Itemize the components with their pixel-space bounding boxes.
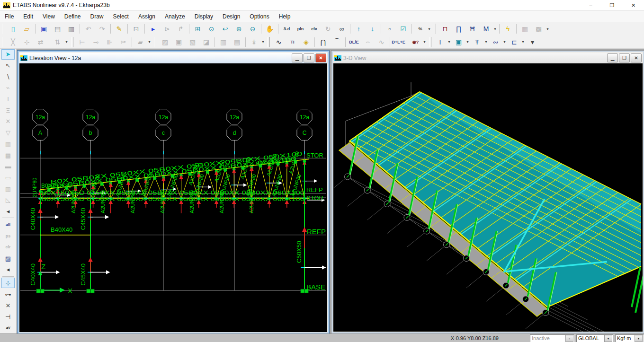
coordinate-system-combo[interactable]: GLOBAL ▼ xyxy=(576,334,613,342)
toolbar-handle[interactable] xyxy=(71,37,73,47)
three-d-window-titlebar[interactable]: 3-D View ▁ ❐ ✕ xyxy=(333,53,643,64)
restore-full-view-icon[interactable]: ⊙ xyxy=(205,23,218,35)
move-down-in-list-icon[interactable]: ↓ xyxy=(366,23,379,35)
elevation-minimize-button[interactable]: ▁ xyxy=(292,53,303,62)
rubber-band-zoom-icon[interactable]: ⊞ xyxy=(191,23,204,35)
menu-analyze[interactable]: Analyze xyxy=(160,12,190,21)
view-elevation-icon[interactable]: elv xyxy=(308,23,321,35)
steel-frame-design-icon[interactable]: I xyxy=(434,36,447,48)
snap-to-intersections-icon[interactable]: ⨯ xyxy=(1,300,15,311)
deck-section-3d-icon[interactable]: ◈ xyxy=(300,36,313,48)
object-shrink-toggle-icon[interactable]: ▫ xyxy=(383,23,396,35)
minimize-button[interactable]: – xyxy=(580,0,601,10)
app-titlebar[interactable]: ETABS Nonlinear v9.7.4 - Ekharpa23b – ❐ … xyxy=(0,0,644,11)
elevation-window-titlebar[interactable]: Elevation View - 12a ▁ ❐ ✕ xyxy=(19,53,327,64)
run-analysis-icon[interactable]: ▸ xyxy=(147,23,160,35)
snap-to-points-icon[interactable]: ⊹ xyxy=(1,278,15,288)
pointer-select-icon[interactable]: ➤ xyxy=(1,49,15,60)
pushover-curve-icon[interactable]: ⌒ xyxy=(331,36,343,48)
concrete-frame-design-dropdown-icon[interactable]: ▾ xyxy=(465,40,470,44)
toolbar-handle[interactable] xyxy=(434,24,436,34)
elevation-restore-button[interactable]: ❐ xyxy=(304,53,314,62)
shear-wall-design-icon[interactable]: Ŧ xyxy=(471,36,483,48)
collapse-rail-lower-icon[interactable]: ◂ xyxy=(1,264,15,275)
pan-icon[interactable]: ✋ xyxy=(263,23,276,35)
export-report-dropdown-icon[interactable]: ▾ xyxy=(546,27,550,31)
more-rail-tools-icon[interactable]: ◂˅ xyxy=(1,323,15,333)
menu-select[interactable]: Select xyxy=(108,12,134,21)
wall-openings-dropdown-icon[interactable]: ▾ xyxy=(147,40,152,44)
move-up-in-list-icon[interactable]: ↑ xyxy=(352,23,365,35)
define-frame-sections-icon[interactable]: ⊓ xyxy=(438,23,451,35)
menu-edit[interactable]: Edit xyxy=(18,12,38,21)
query-tool-dropdown-icon[interactable]: ▾ xyxy=(422,40,427,44)
collapse-rail-upper-icon[interactable]: ◂ xyxy=(1,206,15,217)
elevation-canvas[interactable]: 12aA12ab12ac12ad12aCXZSTORREFPSTORREFPBA… xyxy=(19,63,327,332)
open-file-icon[interactable]: ▱ xyxy=(20,23,33,35)
perspective-toggle-icon[interactable]: ∞ xyxy=(335,23,348,35)
steel-joist-design-dropdown-icon[interactable]: ▾ xyxy=(521,40,525,44)
print-tables-icon[interactable]: ▥ xyxy=(65,23,78,35)
snap-to-midpoints-icon[interactable]: ⊶ xyxy=(1,289,15,299)
define-tendons-dropdown-icon[interactable]: ▾ xyxy=(493,27,497,31)
time-history-function-icon[interactable]: TI xyxy=(286,36,299,48)
snap-to-perpendicular-icon[interactable]: ⊣ xyxy=(1,312,15,322)
define-tendons-icon[interactable]: M xyxy=(480,23,492,35)
view-plan-icon[interactable]: pln xyxy=(294,23,307,35)
steel-frame-design-dropdown-icon[interactable]: ▾ xyxy=(447,40,451,44)
set-display-options-icon[interactable]: ☑ xyxy=(397,23,410,35)
csys-combo-arrow-icon[interactable]: ▼ xyxy=(604,335,612,342)
menu-options[interactable]: Options xyxy=(245,12,274,21)
composite-beam-design-icon[interactable]: ∾ xyxy=(489,36,502,48)
menu-define[interactable]: Define xyxy=(60,12,86,21)
composite-beam-design-dropdown-icon[interactable]: ▾ xyxy=(502,40,507,44)
previous-zoom-icon[interactable]: ↩ xyxy=(219,23,232,35)
toolbar-handle[interactable] xyxy=(429,37,431,47)
menu-display[interactable]: Display xyxy=(190,12,218,21)
define-truss-sections-icon[interactable]: Ħ xyxy=(466,23,479,35)
edit-pencil-icon[interactable]: ✎ xyxy=(113,23,125,35)
zoom-in-icon[interactable]: ⊕ xyxy=(233,23,245,35)
close-button[interactable]: ✕ xyxy=(623,0,644,10)
units-combo-arrow-icon[interactable]: ▼ xyxy=(635,335,643,342)
assign-display-icon[interactable]: % xyxy=(414,23,427,35)
three-d-minimize-button[interactable]: ▁ xyxy=(607,53,618,62)
restore-button[interactable]: ❐ xyxy=(601,0,623,10)
hinge-properties-icon[interactable]: ⋂ xyxy=(317,36,330,48)
three-d-canvas[interactable] xyxy=(333,63,643,332)
run-analysis-lightning-icon[interactable]: ϟ xyxy=(501,23,514,35)
units-combo[interactable]: Kgf-m ▼ xyxy=(615,334,644,342)
elevation-close-button[interactable]: ✕ xyxy=(315,53,326,62)
define-beam-sections-icon[interactable]: ∏ xyxy=(452,23,465,35)
save-model-icon[interactable]: ▣ xyxy=(37,23,50,35)
load-combinations-icon[interactable]: D+L+E xyxy=(392,36,405,48)
static-load-cases-icon[interactable]: DL/E xyxy=(348,36,360,48)
spectrum-function-icon[interactable]: ∿ xyxy=(272,36,285,48)
menu-assign[interactable]: Assign xyxy=(134,12,160,21)
menu-design[interactable]: Design xyxy=(218,12,245,21)
three-d-restore-button[interactable]: ❐ xyxy=(619,53,630,62)
print-graphics-icon[interactable]: ▤ xyxy=(51,23,64,35)
query-tool-icon[interactable]: ◉? xyxy=(409,36,422,48)
zoom-out-icon[interactable]: ⊖ xyxy=(246,23,259,35)
toolbar-handle[interactable] xyxy=(2,37,4,47)
toolbar-handle[interactable] xyxy=(2,24,4,34)
edit-swap-dropdown-icon[interactable]: ▾ xyxy=(64,40,69,44)
concrete-frame-design-icon[interactable]: ▣ xyxy=(452,36,465,48)
shear-wall-design-dropdown-icon[interactable]: ▾ xyxy=(484,40,488,44)
steel-joist-design-icon[interactable]: ⊏ xyxy=(508,36,520,48)
toolbar-overflow-icon[interactable]: ▾ xyxy=(526,36,539,48)
menu-draw[interactable]: Draw xyxy=(86,12,108,21)
menu-help[interactable]: Help xyxy=(274,12,295,21)
three-d-close-button[interactable]: ✕ xyxy=(631,53,642,62)
lock-model-icon[interactable]: ⊡ xyxy=(130,23,143,35)
menu-view[interactable]: View xyxy=(38,12,60,21)
assign-display-dropdown-icon[interactable]: ▾ xyxy=(427,27,431,31)
reshape-object-icon[interactable]: ↖ xyxy=(1,61,15,71)
deselect-all-icon[interactable]: ▨ xyxy=(1,253,15,263)
toolbar-handle[interactable] xyxy=(154,37,156,47)
select-all-icon[interactable]: all xyxy=(1,219,15,230)
view-3d-icon[interactable]: 3-d xyxy=(280,23,293,35)
draw-line-icon[interactable]: ∖ xyxy=(1,71,15,82)
menu-file[interactable]: File xyxy=(0,12,18,21)
